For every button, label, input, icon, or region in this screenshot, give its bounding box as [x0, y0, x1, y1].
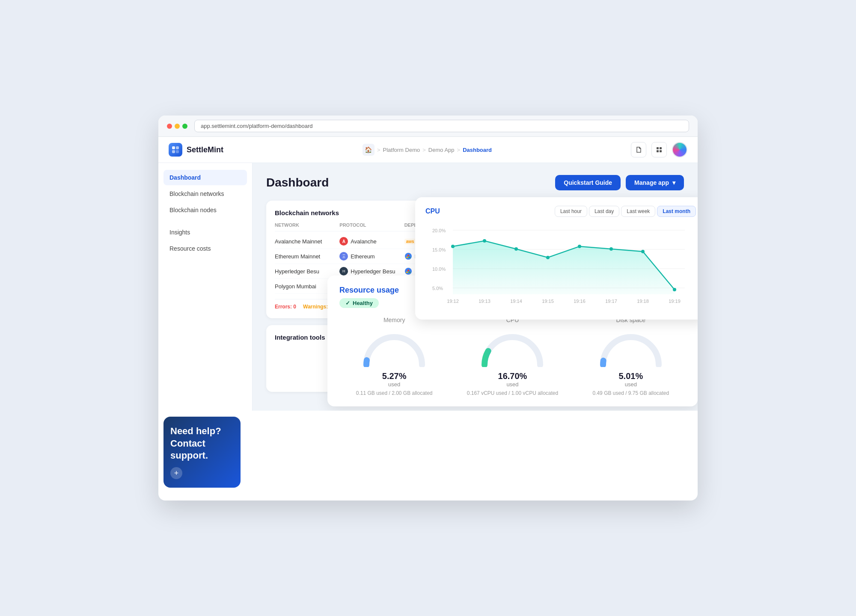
- browser-dots: [167, 124, 187, 129]
- browser-window: app.settlemint.com/platform-demo/dashboa…: [158, 116, 698, 500]
- integration-card-title: Integration tools: [275, 334, 325, 341]
- browser-bar: app.settlemint.com/platform-demo/dashboa…: [158, 116, 698, 137]
- resource-title: Resource usage: [339, 286, 399, 295]
- svg-rect-2: [172, 150, 175, 153]
- logo-icon: [169, 143, 182, 157]
- svg-rect-7: [660, 150, 662, 152]
- help-card: Need help? Contact support. +: [163, 417, 241, 488]
- chart-dot: [451, 245, 455, 248]
- svg-text:19:17: 19:17: [605, 299, 617, 304]
- dot-green[interactable]: [182, 124, 187, 129]
- chart-dot: [546, 256, 550, 259]
- disk-gauge: [597, 329, 665, 367]
- protocol-name: Ethereum: [351, 253, 374, 260]
- sidebar-item-networks[interactable]: Blockchain networks: [163, 186, 247, 201]
- manage-app-button[interactable]: Manage app ▾: [626, 175, 684, 190]
- svg-text:19:13: 19:13: [479, 299, 490, 304]
- sidebar-item-costs[interactable]: Resource costs: [163, 241, 247, 256]
- time-btn-day[interactable]: Last day: [589, 206, 619, 217]
- chart-dot: [578, 245, 581, 248]
- logo-text: SettleMint: [187, 145, 223, 154]
- memory-detail: 0.11 GB used / 2.00 GB allocated: [356, 390, 433, 396]
- ethereum-icon: Ξ: [339, 252, 348, 261]
- sidebar-item-insights[interactable]: Insights: [163, 225, 247, 240]
- cpu-detail: 0.167 vCPU used / 1.00 vCPU allocated: [467, 390, 558, 396]
- healthy-label: Healthy: [353, 300, 373, 306]
- chart-dot: [609, 247, 613, 251]
- manage-app-arrow: ▾: [672, 179, 675, 186]
- memory-percent: 5.27%: [382, 371, 407, 381]
- svg-text:10.0%: 10.0%: [432, 267, 446, 272]
- time-btn-month[interactable]: Last month: [657, 206, 696, 217]
- chart-dot: [641, 250, 645, 253]
- avalanche-icon: A: [339, 237, 348, 246]
- header-actions: Quickstart Guide Manage app ▾: [555, 175, 684, 190]
- help-card-plus[interactable]: +: [170, 467, 182, 479]
- quickstart-button[interactable]: Quickstart Guide: [555, 175, 621, 190]
- sidebar-item-nodes[interactable]: Blockchain nodes: [163, 202, 247, 218]
- address-text: app.settlemint.com/platform-demo/dashboa…: [201, 123, 313, 129]
- memory-label: Memory: [383, 317, 405, 323]
- network-name: Polygon Mumbai: [275, 283, 336, 290]
- disk-metric: Disk space: [576, 317, 686, 396]
- grid-icon-btn[interactable]: [651, 142, 667, 157]
- user-avatar[interactable]: [672, 142, 687, 157]
- time-btn-hour[interactable]: Last hour: [555, 206, 587, 217]
- cpu-chart-card: CPU Last hour Last day Last week Last mo…: [415, 197, 698, 320]
- time-filters: Last hour Last day Last week Last month: [555, 206, 696, 217]
- breadcrumb-sep1: >: [377, 147, 380, 153]
- svg-text:19:15: 19:15: [542, 299, 554, 304]
- dot-yellow[interactable]: [175, 124, 180, 129]
- gcp-icon: [404, 252, 412, 260]
- chart-dot: [673, 288, 676, 291]
- breadcrumb: 🏠 > Platform Demo > Demo App > Dashboard: [363, 144, 492, 156]
- main-layout: Dashboard Blockchain networks Blockchain…: [158, 163, 698, 411]
- col-network: Network: [275, 222, 336, 228]
- healthy-check: ✓: [345, 300, 350, 306]
- disk-detail: 0.49 GB used / 9.75 GB allocated: [592, 390, 669, 396]
- chart-dot: [514, 247, 518, 251]
- cpu-used-label: used: [506, 381, 518, 388]
- main-content: Dashboard Quickstart Guide Manage app ▾: [253, 163, 698, 411]
- chart-header: CPU Last hour Last day Last week Last mo…: [425, 206, 696, 217]
- page-header: Dashboard Quickstart Guide Manage app ▾: [266, 175, 684, 190]
- svg-rect-1: [176, 146, 179, 149]
- network-name: Ethereum Mainnet: [275, 253, 336, 260]
- time-btn-week[interactable]: Last week: [621, 206, 655, 217]
- resource-metrics: Memory: [339, 317, 686, 396]
- aws-badge: aws: [404, 239, 416, 244]
- logo-area: SettleMint: [169, 143, 223, 157]
- main-wrapper: Dashboard Quickstart Guide Manage app ▾: [253, 163, 698, 411]
- chart-dot: [483, 239, 486, 243]
- svg-text:19:14: 19:14: [510, 299, 522, 304]
- svg-text:20.0%: 20.0%: [432, 228, 446, 233]
- top-nav-actions: [631, 142, 687, 157]
- chart-area: [453, 241, 675, 294]
- breadcrumb-home-icon[interactable]: 🏠: [363, 144, 374, 156]
- disk-percent: 5.01%: [618, 371, 643, 381]
- svg-text:5.0%: 5.0%: [432, 286, 443, 291]
- svg-text:19:18: 19:18: [637, 299, 649, 304]
- cpu-percent: 16.70%: [498, 371, 527, 381]
- svg-text:19:16: 19:16: [574, 299, 586, 304]
- protocol-cell: A Avalanche: [339, 237, 401, 246]
- protocol-name: Avalanche: [351, 238, 376, 245]
- sidebar-item-dashboard[interactable]: Dashboard: [163, 170, 247, 185]
- svg-rect-0: [172, 146, 175, 149]
- top-nav: SettleMint 🏠 > Platform Demo > Demo App …: [158, 137, 698, 163]
- doc-icon-btn[interactable]: [631, 142, 646, 157]
- network-name: Avalanche Mainnet: [275, 238, 336, 245]
- protocol-cell: Ξ Ethereum: [339, 252, 401, 261]
- cpu-gauge: [478, 329, 547, 367]
- breadcrumb-demo-app[interactable]: Demo App: [428, 147, 455, 153]
- gcp-icon2: [404, 267, 412, 275]
- breadcrumb-sep2: >: [422, 147, 426, 153]
- protocol-cell: H Hyperledger Besu: [339, 267, 401, 275]
- breadcrumb-platform[interactable]: Platform Demo: [383, 147, 420, 153]
- cpu-metric: CPU: [458, 317, 567, 396]
- healthy-badge: ✓ Healthy: [339, 298, 379, 308]
- manage-app-label: Manage app: [634, 179, 669, 186]
- protocol-name: Hyperledger Besu: [351, 268, 395, 275]
- resource-title-area: Resource usage ✓ Healthy: [339, 286, 399, 308]
- dot-red[interactable]: [167, 124, 172, 129]
